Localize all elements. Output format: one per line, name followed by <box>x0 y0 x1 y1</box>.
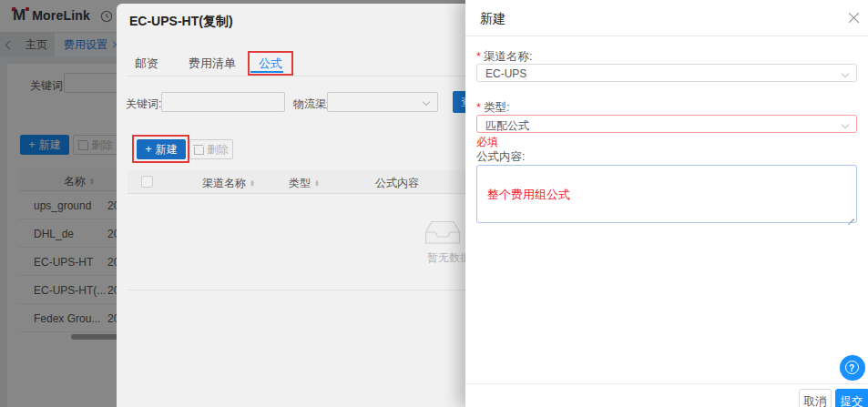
close-icon[interactable] <box>848 11 861 24</box>
formula-text: 整个费用组公式 <box>487 187 570 203</box>
required-asterisk: * <box>476 101 481 114</box>
help-button[interactable]: ? <box>840 355 865 381</box>
help-icon: ? <box>845 361 859 374</box>
required-error-text: 必填 <box>476 135 498 150</box>
chevron-down-icon <box>842 70 849 77</box>
submit-button[interactable]: 提交 <box>835 389 868 407</box>
channel-name-label: *渠道名称: <box>476 49 532 65</box>
drawer-header-divider <box>465 36 868 36</box>
required-asterisk: * <box>476 50 481 63</box>
chevron-down-icon <box>842 121 849 128</box>
app-screen: M MoreLink 主页 费用设置 关键词: 新建 <box>0 0 868 407</box>
resize-handle-icon[interactable] <box>847 213 854 220</box>
new-formula-drawer: 新建 *渠道名称: EC-UPS *类型: 匹配公式 必填 公式内容: 整个费用… <box>465 0 868 407</box>
type-select[interactable]: 匹配公式 <box>476 115 857 133</box>
channel-name-select[interactable]: EC-UPS <box>476 64 857 82</box>
formula-content-label: 公式内容: <box>476 149 525 165</box>
highlight-box-formula-tab <box>248 51 293 76</box>
cancel-button[interactable]: 取消 <box>799 389 832 407</box>
drawer-title: 新建 <box>480 11 505 27</box>
type-label: *类型: <box>476 100 509 116</box>
highlight-box-new-button <box>132 135 189 163</box>
formula-content-textarea[interactable]: 整个费用组公式 <box>476 165 857 223</box>
